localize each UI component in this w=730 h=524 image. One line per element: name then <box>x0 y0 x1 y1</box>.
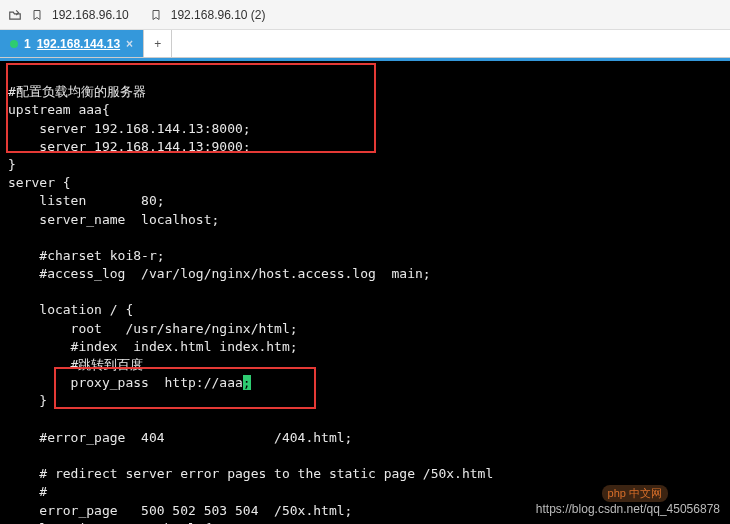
code-line: } <box>8 393 47 408</box>
code-line: listen 80; <box>8 193 165 208</box>
close-icon[interactable]: × <box>126 37 133 51</box>
code-line: #配置负载均衡的服务器 <box>8 84 146 99</box>
code-line: #access_log /var/log/nginx/host.access.l… <box>8 266 431 281</box>
code-line: server { <box>8 175 71 190</box>
code-line: #跳转到百度 <box>8 357 143 372</box>
tab-label: 192.168.144.13 <box>37 37 120 51</box>
code-line: # <box>8 484 47 499</box>
code-line: } <box>8 157 16 172</box>
code-line: #index index.html index.htm; <box>8 339 298 354</box>
code-line: #charset koi8-r; <box>8 248 165 263</box>
bookmark-label-1[interactable]: 192.168.96.10 <box>52 8 129 22</box>
code-line: proxy_pass http://aaa <box>8 375 243 390</box>
status-dot-icon <box>10 40 18 48</box>
code-line: upstream aaa{ <box>8 102 110 117</box>
tab-add-button[interactable]: + <box>144 30 172 57</box>
watermark-logo: php 中文网 <box>602 485 668 502</box>
terminal-output[interactable]: #配置负载均衡的服务器 upstream aaa{ server 192.168… <box>0 61 730 524</box>
code-line: server_name localhost; <box>8 212 219 227</box>
watermark-url: https://blog.csdn.net/qq_45056878 <box>536 501 720 518</box>
terminal-cursor: ; <box>243 375 251 390</box>
tab-bar: 1 192.168.144.13 × + <box>0 30 730 58</box>
folder-arrow-icon[interactable] <box>8 8 22 22</box>
code-line: root /usr/share/nginx/html; <box>8 321 298 336</box>
code-line: error_page 500 502 503 504 /50x.html; <box>8 503 352 518</box>
code-line: # redirect server error pages to the sta… <box>8 466 493 481</box>
toolbar: 192.168.96.10 192.168.96.10 (2) <box>0 0 730 30</box>
plus-icon: + <box>154 37 161 51</box>
bookmark-icon[interactable] <box>149 8 163 22</box>
bookmark-icon[interactable] <box>30 8 44 22</box>
bookmark-label-2[interactable]: 192.168.96.10 (2) <box>171 8 266 22</box>
code-line: #error_page 404 /404.html; <box>8 430 352 445</box>
code-line: server 192.168.144.13:9000; <box>8 139 251 154</box>
code-line: location / { <box>8 302 133 317</box>
tab-session-active[interactable]: 1 192.168.144.13 × <box>0 30 144 57</box>
code-line: server 192.168.144.13:8000; <box>8 121 251 136</box>
tab-index: 1 <box>24 37 31 51</box>
